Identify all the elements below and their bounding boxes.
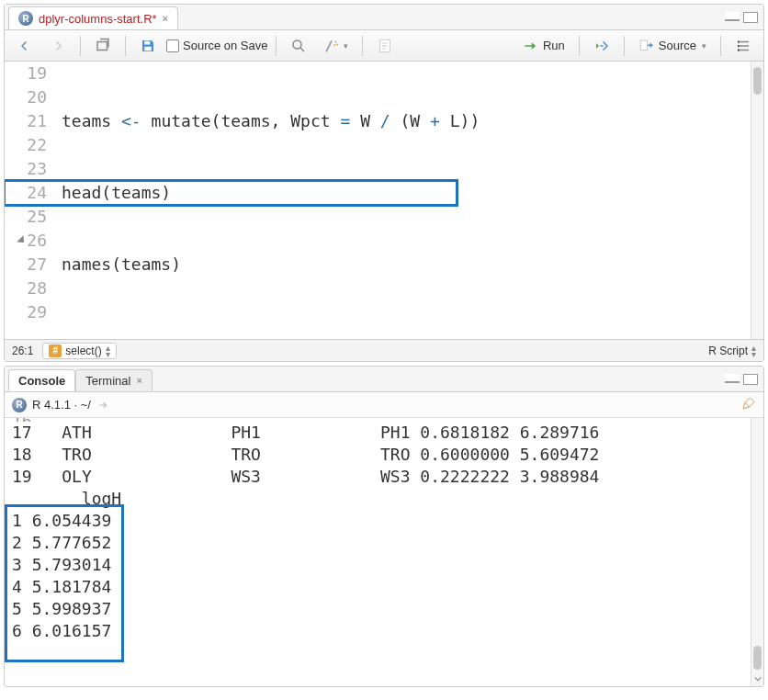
compile-report-button[interactable] bbox=[370, 34, 400, 58]
hash-icon: # bbox=[49, 344, 62, 357]
r-logo-icon: R bbox=[12, 398, 27, 412]
console-row: 18 TRO TRO TRO 0.6000000 5.609472 bbox=[12, 444, 743, 466]
close-terminal-icon[interactable]: × bbox=[136, 375, 141, 386]
console-row: 19 OLY WS3 WS3 0.2222222 3.988984 bbox=[12, 466, 743, 488]
source-on-save-checkbox[interactable] bbox=[166, 40, 179, 52]
svg-rect-2 bbox=[144, 46, 152, 51]
console-tabbar: Console Terminal × bbox=[5, 367, 763, 392]
rerun-button[interactable] bbox=[587, 34, 616, 58]
reveal-wd-icon[interactable] bbox=[96, 399, 109, 412]
find-button[interactable] bbox=[284, 34, 313, 58]
code-content[interactable]: teams <- mutate(teams, Wpct = W / (W + L… bbox=[58, 62, 751, 339]
clear-console-button[interactable] bbox=[741, 396, 756, 413]
outline-button[interactable] bbox=[728, 34, 758, 58]
minimize-console-icon[interactable] bbox=[725, 374, 740, 383]
svg-point-6 bbox=[333, 44, 335, 46]
console-pane: Console Terminal × R R 4.1.1 · ~/ 16 17 … bbox=[4, 366, 764, 687]
back-button[interactable] bbox=[10, 34, 40, 58]
show-in-new-window-button[interactable] bbox=[88, 34, 118, 58]
editor-pane: R dplyr-columns-start.R* × Source on Sav… bbox=[4, 4, 764, 362]
section-crumb[interactable]: # select() ▴▾ bbox=[42, 343, 116, 359]
maximize-console-icon[interactable] bbox=[743, 374, 758, 385]
console-row: 17 ATH PH1 PH1 0.6818182 6.289716 bbox=[12, 422, 743, 444]
console-tab[interactable]: Console bbox=[8, 369, 75, 391]
terminal-tab[interactable]: Terminal × bbox=[75, 369, 152, 391]
r-file-icon: R bbox=[18, 11, 33, 26]
svg-point-3 bbox=[293, 40, 301, 49]
source-button[interactable]: Source ▾ bbox=[632, 34, 713, 58]
editor-statusbar: 26:1 # select() ▴▾ R Script ▴▾ bbox=[5, 339, 763, 361]
svg-point-4 bbox=[334, 40, 336, 42]
cursor-position: 26:1 bbox=[12, 344, 33, 357]
highlight-line-24 bbox=[5, 179, 458, 207]
pane-window-controls bbox=[725, 12, 763, 23]
forward-button[interactable] bbox=[43, 34, 73, 58]
console-vertical-scrollbar[interactable] bbox=[751, 418, 763, 686]
editor-vertical-scrollbar[interactable] bbox=[751, 62, 763, 339]
console-window-controls bbox=[725, 374, 763, 385]
minimize-pane-icon[interactable] bbox=[725, 12, 740, 21]
close-tab-icon[interactable]: × bbox=[163, 13, 168, 24]
code-editor[interactable]: 19 20 21 22 23 24 25 26 27 28 29 teams <… bbox=[5, 62, 763, 339]
svg-point-5 bbox=[336, 43, 338, 45]
svg-rect-1 bbox=[144, 40, 150, 44]
r-version-label: R 4.1.1 · ~/ bbox=[32, 398, 91, 412]
highlight-logh-block bbox=[5, 504, 124, 662]
maximize-pane-icon[interactable] bbox=[743, 12, 758, 23]
save-button[interactable] bbox=[133, 34, 163, 58]
svg-rect-0 bbox=[97, 41, 107, 50]
file-type-label[interactable]: R Script bbox=[708, 344, 748, 357]
console-toolbar: R R 4.1.1 · ~/ bbox=[5, 392, 763, 418]
editor-tabbar: R dplyr-columns-start.R* × bbox=[5, 5, 763, 30]
editor-tab[interactable]: R dplyr-columns-start.R* × bbox=[8, 6, 178, 29]
code-tools-button[interactable]: ▾ bbox=[317, 34, 355, 58]
svg-rect-8 bbox=[640, 40, 648, 51]
editor-toolbar: Source on Save ▾ Run Source ▾ bbox=[5, 30, 763, 62]
console-output[interactable]: 16 17 ATH PH1 PH1 0.6818182 6.289716 18 … bbox=[5, 418, 751, 686]
source-on-save-label: Source on Save bbox=[183, 39, 268, 52]
run-button[interactable]: Run bbox=[516, 34, 571, 58]
editor-tab-filename: dplyr-columns-start.R* bbox=[39, 12, 157, 26]
